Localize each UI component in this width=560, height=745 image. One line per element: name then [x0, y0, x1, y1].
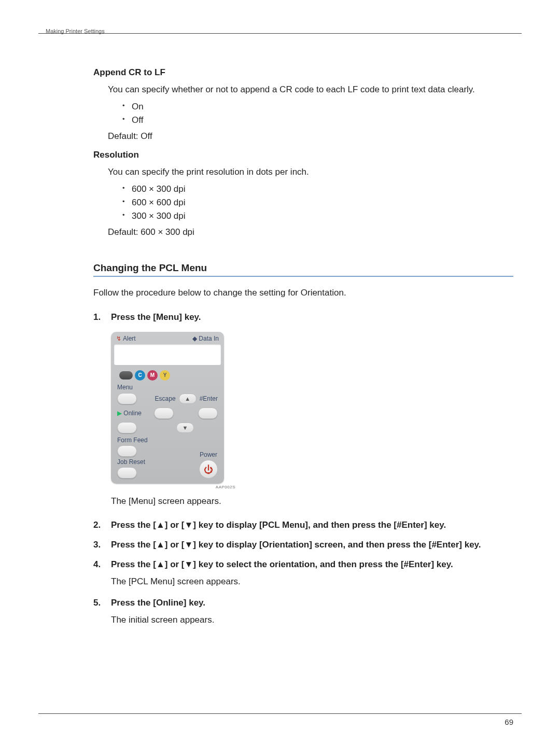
section-rule	[93, 276, 513, 277]
step-num: 4.	[93, 559, 101, 570]
footer-rule	[38, 713, 522, 714]
setting-title-append: Append CR to LF	[93, 67, 513, 78]
figure-caption: AAP002S	[111, 485, 235, 489]
setting-default-append: Default: Off	[108, 130, 513, 143]
step-1-after: The [Menu] screen appears.	[93, 495, 513, 508]
panel-enter-label: #Enter	[200, 395, 218, 402]
down-arrow-button[interactable]: ▼	[176, 423, 194, 433]
power-button[interactable]: ⏻	[199, 460, 218, 479]
setting-desc-resolution: You can specify the print resolution in …	[108, 165, 513, 179]
toner-cyan-icon: C	[135, 370, 145, 381]
step-title: Press the [▲] or [▼] key to display [PCL…	[111, 520, 513, 530]
online-button[interactable]	[117, 422, 137, 433]
step-title: Press the [▲] or [▼] key to display [Ori…	[111, 540, 513, 550]
step-4: 4. Press the [▲] or [▼] key to select th…	[93, 559, 513, 588]
panel-menu-label: Menu	[117, 384, 133, 391]
step-title: Press the [Online] key.	[111, 598, 513, 608]
step-5: 5. Press the [Online] key. The initial s…	[93, 598, 513, 627]
step-num: 3.	[93, 540, 101, 550]
option-300x300: 300 × 300 dpi	[122, 211, 513, 221]
step-2: 2. Press the [▲] or [▼] key to display […	[93, 520, 513, 530]
enter-button[interactable]	[198, 407, 218, 419]
jobreset-button[interactable]	[117, 467, 137, 479]
step-num: 5.	[93, 598, 101, 608]
page-number: 69	[505, 718, 513, 726]
option-off: Off	[122, 115, 513, 125]
panel-escape-label: Escape	[155, 395, 176, 402]
panel-alert-label: Alert	[123, 335, 136, 342]
option-600x600: 600 × 600 dpi	[122, 198, 513, 208]
step-1: 1. Press the [Menu] key.	[93, 312, 513, 322]
setting-title-resolution: Resolution	[93, 150, 513, 160]
panel-datain-label: Data In	[199, 335, 219, 342]
option-on: On	[122, 102, 513, 112]
step-num: 2.	[93, 520, 101, 530]
toner-black-icon	[119, 371, 133, 379]
section-intro: Follow the procedure below to change the…	[93, 286, 513, 300]
setting-options-append: On Off	[122, 102, 513, 125]
panel-jobreset-label: Job Reset	[117, 458, 145, 466]
toner-magenta-icon: M	[147, 370, 158, 381]
step-after-text: The initial screen appears.	[111, 613, 513, 627]
toner-yellow-icon: Y	[160, 370, 170, 381]
setting-options-resolution: 600 × 300 dpi 600 × 600 dpi 300 × 300 dp…	[122, 184, 513, 221]
panel-formfeed-label: Form Feed	[117, 437, 148, 444]
step-3: 3. Press the [▲] or [▼] key to display […	[93, 540, 513, 550]
step-num: 1.	[93, 312, 101, 322]
header-rule	[38, 32, 522, 34]
control-panel-figure: ↯Alert ◆Data In C M Y Menu Escape ▲ #Ent…	[111, 332, 513, 489]
step-title: Press the [▲] or [▼] key to select the o…	[111, 559, 513, 570]
escape-button[interactable]	[154, 407, 174, 419]
step-title: Press the [Menu] key.	[111, 312, 513, 322]
section-heading: Changing the PCL Menu	[93, 262, 513, 274]
setting-default-resolution: Default: 600 × 300 dpi	[108, 226, 513, 239]
running-head: Making Printer Settings	[46, 28, 105, 34]
step-after-text: The [Menu] screen appears.	[111, 495, 513, 508]
setting-desc-append: You can specify whether or not to append…	[108, 83, 513, 96]
up-arrow-button[interactable]: ▲	[179, 393, 197, 404]
menu-button[interactable]	[117, 393, 137, 404]
panel-screen	[114, 344, 221, 365]
panel-power-label: Power	[200, 451, 217, 458]
page-content: Append CR to LF You can specify whether …	[93, 67, 513, 636]
option-600x300: 600 × 300 dpi	[122, 184, 513, 194]
formfeed-button[interactable]	[117, 445, 137, 457]
control-panel: ↯Alert ◆Data In C M Y Menu Escape ▲ #Ent…	[111, 332, 224, 484]
panel-online-label: ▶ Online	[117, 410, 142, 417]
step-after-text: The [PCL Menu] screen appears.	[111, 575, 513, 588]
